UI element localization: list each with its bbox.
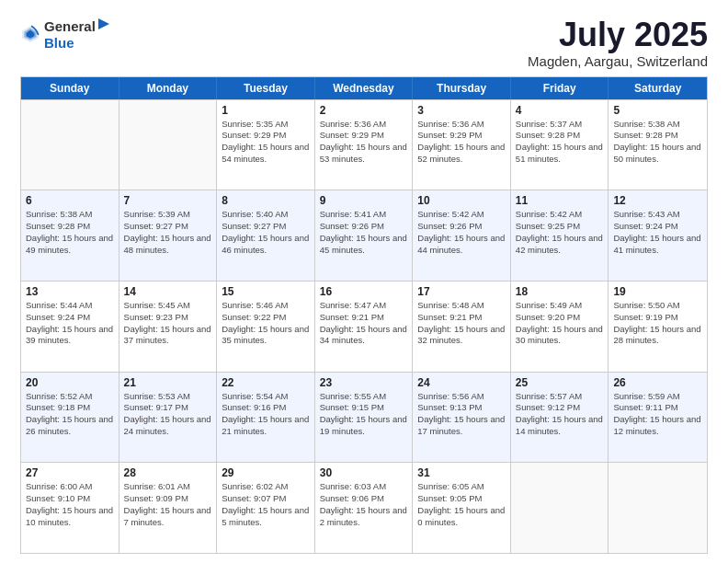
logo-triangle (97, 17, 111, 31)
day-info: Sunrise: 5:52 AMSunset: 9:18 PMDaylight:… (26, 391, 114, 438)
day-number: 17 (417, 285, 506, 298)
day-cell-7: 7Sunrise: 5:39 AMSunset: 9:27 PMDaylight… (119, 190, 218, 281)
day-info: Sunrise: 5:36 AMSunset: 9:29 PMDaylight:… (417, 119, 506, 166)
day-number: 8 (222, 194, 310, 207)
day-cell-3: 3Sunrise: 5:36 AMSunset: 9:29 PMDaylight… (413, 100, 511, 190)
day-cell-25: 25Sunrise: 5:57 AMSunset: 9:12 PMDayligh… (511, 373, 609, 463)
day-cell-4: 4Sunrise: 5:37 AMSunset: 9:28 PMDaylight… (511, 100, 609, 190)
day-info: Sunrise: 5:47 AMSunset: 9:21 PMDaylight:… (320, 300, 408, 347)
day-cell-24: 24Sunrise: 5:56 AMSunset: 9:13 PMDayligh… (413, 373, 511, 463)
day-number: 25 (516, 376, 604, 389)
day-number: 10 (417, 194, 506, 207)
day-cell-18: 18Sunrise: 5:49 AMSunset: 9:20 PMDayligh… (511, 282, 609, 372)
day-number: 14 (124, 285, 212, 298)
empty-cell (21, 100, 119, 190)
day-info: Sunrise: 6:02 AMSunset: 9:07 PMDaylight:… (222, 481, 310, 528)
logo-text: General Blue (44, 17, 112, 52)
header-day-monday: Monday (119, 77, 218, 99)
week-row-4: 20Sunrise: 5:52 AMSunset: 9:18 PMDayligh… (21, 372, 707, 463)
day-info: Sunrise: 5:53 AMSunset: 9:17 PMDaylight:… (124, 391, 212, 438)
day-number: 19 (613, 285, 702, 298)
day-number: 21 (124, 376, 212, 389)
week-row-1: 1Sunrise: 5:35 AMSunset: 9:29 PMDaylight… (21, 99, 707, 190)
day-cell-8: 8Sunrise: 5:40 AMSunset: 9:27 PMDaylight… (217, 190, 315, 281)
day-info: Sunrise: 5:59 AMSunset: 9:11 PMDaylight:… (613, 391, 702, 438)
day-info: Sunrise: 5:40 AMSunset: 9:27 PMDaylight:… (222, 209, 310, 256)
logo: General Blue (20, 17, 112, 52)
day-cell-13: 13Sunrise: 5:44 AMSunset: 9:24 PMDayligh… (21, 282, 119, 372)
day-cell-16: 16Sunrise: 5:47 AMSunset: 9:21 PMDayligh… (315, 282, 414, 372)
day-info: Sunrise: 5:39 AMSunset: 9:27 PMDaylight:… (124, 209, 212, 256)
day-number: 7 (124, 194, 212, 207)
header-day-tuesday: Tuesday (217, 77, 315, 99)
day-info: Sunrise: 5:46 AMSunset: 9:22 PMDaylight:… (222, 300, 310, 347)
header-day-thursday: Thursday (413, 77, 511, 99)
empty-cell (511, 463, 609, 553)
day-cell-29: 29Sunrise: 6:02 AMSunset: 9:07 PMDayligh… (217, 463, 315, 553)
day-number: 26 (613, 376, 702, 389)
day-cell-12: 12Sunrise: 5:43 AMSunset: 9:24 PMDayligh… (609, 190, 707, 281)
title-block: July 2025 Magden, Aargau, Switzerland (528, 17, 708, 69)
day-number: 16 (320, 285, 408, 298)
day-cell-5: 5Sunrise: 5:38 AMSunset: 9:28 PMDaylight… (609, 100, 707, 190)
day-cell-11: 11Sunrise: 5:42 AMSunset: 9:25 PMDayligh… (511, 190, 609, 281)
empty-cell (609, 463, 707, 553)
svg-marker-3 (98, 18, 109, 29)
day-info: Sunrise: 5:55 AMSunset: 9:15 PMDaylight:… (320, 391, 408, 438)
day-cell-30: 30Sunrise: 6:03 AMSunset: 9:06 PMDayligh… (315, 463, 414, 553)
day-number: 3 (417, 104, 506, 117)
day-number: 2 (320, 104, 408, 117)
day-info: Sunrise: 5:45 AMSunset: 9:23 PMDaylight:… (124, 300, 212, 347)
day-number: 4 (516, 104, 604, 117)
day-cell-2: 2Sunrise: 5:36 AMSunset: 9:29 PMDaylight… (315, 100, 414, 190)
day-cell-9: 9Sunrise: 5:41 AMSunset: 9:26 PMDaylight… (315, 190, 414, 281)
day-number: 20 (26, 376, 114, 389)
day-number: 12 (613, 194, 702, 207)
day-info: Sunrise: 6:05 AMSunset: 9:05 PMDaylight:… (417, 481, 506, 528)
day-cell-15: 15Sunrise: 5:46 AMSunset: 9:22 PMDayligh… (217, 282, 315, 372)
day-cell-26: 26Sunrise: 5:59 AMSunset: 9:11 PMDayligh… (609, 373, 707, 463)
day-number: 1 (222, 104, 310, 117)
day-number: 15 (222, 285, 310, 298)
day-number: 6 (26, 194, 114, 207)
month-title: July 2025 (528, 17, 708, 53)
day-info: Sunrise: 5:57 AMSunset: 9:12 PMDaylight:… (516, 391, 604, 438)
day-info: Sunrise: 5:37 AMSunset: 9:28 PMDaylight:… (516, 119, 604, 166)
day-number: 13 (26, 285, 114, 298)
day-number: 29 (222, 466, 310, 479)
calendar-header: SundayMondayTuesdayWednesdayThursdayFrid… (21, 77, 707, 99)
week-row-5: 27Sunrise: 6:00 AMSunset: 9:10 PMDayligh… (21, 462, 707, 553)
location-title: Magden, Aargau, Switzerland (528, 53, 708, 69)
day-info: Sunrise: 5:48 AMSunset: 9:21 PMDaylight:… (417, 300, 506, 347)
day-info: Sunrise: 6:03 AMSunset: 9:06 PMDaylight:… (320, 481, 408, 528)
week-row-2: 6Sunrise: 5:38 AMSunset: 9:28 PMDaylight… (21, 190, 707, 281)
day-info: Sunrise: 5:38 AMSunset: 9:28 PMDaylight:… (613, 119, 702, 166)
page: General Blue July 2025 Magden, Aargau, S… (0, 0, 728, 563)
day-info: Sunrise: 5:54 AMSunset: 9:16 PMDaylight:… (222, 391, 310, 438)
day-number: 18 (516, 285, 604, 298)
day-info: Sunrise: 5:41 AMSunset: 9:26 PMDaylight:… (320, 209, 408, 256)
day-info: Sunrise: 5:42 AMSunset: 9:26 PMDaylight:… (417, 209, 506, 256)
header-day-saturday: Saturday (609, 77, 707, 99)
day-info: Sunrise: 5:49 AMSunset: 9:20 PMDaylight:… (516, 300, 604, 347)
day-cell-23: 23Sunrise: 5:55 AMSunset: 9:15 PMDayligh… (315, 373, 414, 463)
day-cell-20: 20Sunrise: 5:52 AMSunset: 9:18 PMDayligh… (21, 373, 119, 463)
day-cell-31: 31Sunrise: 6:05 AMSunset: 9:05 PMDayligh… (413, 463, 511, 553)
day-number: 28 (124, 466, 212, 479)
day-info: Sunrise: 6:01 AMSunset: 9:09 PMDaylight:… (124, 481, 212, 528)
day-info: Sunrise: 6:00 AMSunset: 9:10 PMDaylight:… (26, 481, 114, 528)
week-row-3: 13Sunrise: 5:44 AMSunset: 9:24 PMDayligh… (21, 281, 707, 372)
day-info: Sunrise: 5:42 AMSunset: 9:25 PMDaylight:… (516, 209, 604, 256)
day-cell-10: 10Sunrise: 5:42 AMSunset: 9:26 PMDayligh… (413, 190, 511, 281)
day-number: 27 (26, 466, 114, 479)
day-info: Sunrise: 5:36 AMSunset: 9:29 PMDaylight:… (320, 119, 408, 166)
empty-cell (119, 100, 218, 190)
day-number: 9 (320, 194, 408, 207)
calendar-body: 1Sunrise: 5:35 AMSunset: 9:29 PMDaylight… (21, 99, 707, 553)
day-cell-19: 19Sunrise: 5:50 AMSunset: 9:19 PMDayligh… (609, 282, 707, 372)
day-cell-22: 22Sunrise: 5:54 AMSunset: 9:16 PMDayligh… (217, 373, 315, 463)
header-day-sunday: Sunday (21, 77, 119, 99)
day-info: Sunrise: 5:50 AMSunset: 9:19 PMDaylight:… (613, 300, 702, 347)
logo-general: General (44, 19, 96, 35)
day-cell-21: 21Sunrise: 5:53 AMSunset: 9:17 PMDayligh… (119, 373, 218, 463)
